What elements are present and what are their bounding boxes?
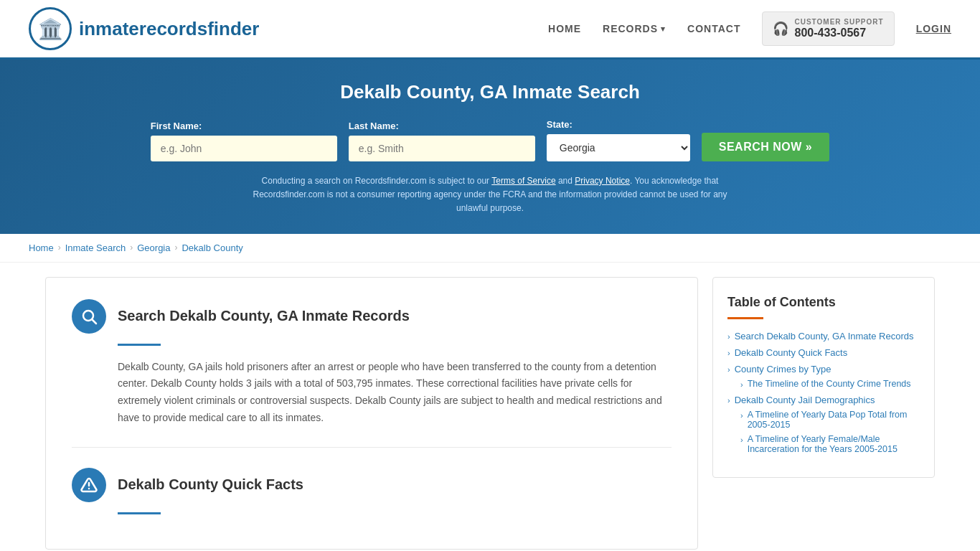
chevron-icon-4-1: › (740, 411, 743, 420)
toc-sub-item-4-1: › A Timeline of Yearly Data Pop Total fr… (740, 410, 920, 430)
search-form: First Name: Last Name: State: Georgia SE… (29, 119, 951, 161)
toc-link-4[interactable]: › Dekalb County Jail Demographics (727, 395, 920, 405)
toc-link-1[interactable]: › Search Dekalb County, GA Inmate Record… (727, 331, 920, 342)
toc-title: Table of Contents (727, 295, 920, 310)
site-header: 🏛️ inmaterecordsfinder HOME RECORDS ▾ CO… (0, 0, 980, 60)
disclaimer-text: Conducting a search on Recordsfinder.com… (239, 174, 741, 216)
toc-divider (727, 317, 763, 319)
sidebar: Table of Contents › Search Dekalb County… (712, 277, 935, 478)
section2-divider (118, 512, 161, 514)
hero-section: Dekalb County, GA Inmate Search First Na… (0, 60, 980, 234)
toc-link-2[interactable]: › Dekalb County Quick Facts (727, 347, 920, 358)
section1-title: Search Dekalb County, GA Inmate Records (118, 308, 410, 324)
chevron-icon-3: › (727, 365, 730, 374)
breadcrumb-current: Dekalb County (182, 242, 242, 253)
toc-sub-4: › A Timeline of Yearly Data Pop Total fr… (740, 410, 920, 454)
breadcrumb-sep-3: › (174, 242, 177, 253)
toc-item-4: › Dekalb County Jail Demographics › A Ti… (727, 395, 920, 454)
toc-sub-item-4-2: › A Timeline of Yearly Female/Male Incar… (740, 434, 920, 454)
breadcrumb-sep-1: › (58, 242, 61, 253)
toc-list: › Search Dekalb County, GA Inmate Record… (727, 331, 920, 454)
search-button[interactable]: SEARCH NOW » (702, 133, 829, 161)
chevron-down-icon: ▾ (661, 24, 666, 34)
breadcrumb-georgia[interactable]: Georgia (137, 242, 170, 253)
last-name-group: Last Name: (349, 121, 535, 161)
section2-header: Dekalb County Quick Facts (72, 468, 672, 502)
toc-item-1: › Search Dekalb County, GA Inmate Record… (727, 331, 920, 342)
main-nav: HOME RECORDS ▾ CONTACT 🎧 CUSTOMER SUPPOR… (548, 11, 951, 46)
toc-sub-link-4-1[interactable]: › A Timeline of Yearly Data Pop Total fr… (740, 410, 920, 430)
toc-link-3[interactable]: › County Crimes by Type (727, 364, 920, 375)
privacy-link[interactable]: Privacy Notice (575, 176, 630, 186)
tos-link[interactable]: Terms of Service (491, 176, 555, 186)
nav-login[interactable]: LOGIN (916, 23, 951, 34)
section-separator (72, 447, 672, 448)
logo-text: inmaterecordsfinder (79, 18, 259, 40)
nav-home[interactable]: HOME (548, 23, 581, 34)
nav-contact[interactable]: CONTACT (687, 23, 740, 34)
last-name-input[interactable] (349, 136, 535, 161)
nav-records[interactable]: RECORDS ▾ (603, 23, 666, 34)
chevron-icon-4-2: › (740, 435, 743, 444)
state-select[interactable]: Georgia (547, 134, 690, 161)
support-box: 🎧 CUSTOMER SUPPORT 800-433-0567 (762, 11, 894, 46)
breadcrumb-sep-2: › (130, 242, 133, 253)
article: Search Dekalb County, GA Inmate Records … (45, 277, 698, 550)
toc-sub-3: › The Timeline of the County Crime Trend… (740, 379, 920, 389)
chevron-icon-3-1: › (740, 380, 743, 389)
section1-divider (118, 344, 161, 346)
breadcrumb-inmate-search[interactable]: Inmate Search (65, 242, 126, 253)
last-name-label: Last Name: (349, 121, 399, 131)
section1-body: Dekalb County, GA jails hold prisoners a… (118, 359, 672, 427)
toc-sub-link-4-2[interactable]: › A Timeline of Yearly Female/Male Incar… (740, 434, 920, 454)
state-group: State: Georgia (547, 119, 690, 161)
first-name-group: First Name: (151, 121, 337, 161)
main-content: Search Dekalb County, GA Inmate Records … (31, 277, 949, 550)
chevron-icon-1: › (727, 332, 730, 341)
section1-header: Search Dekalb County, GA Inmate Records (72, 299, 672, 334)
chevron-icon-2: › (727, 349, 730, 357)
info-icon (72, 468, 106, 502)
support-info: CUSTOMER SUPPORT 800-433-0567 (794, 18, 883, 39)
toc-item-3: › County Crimes by Type › The Timeline o… (727, 364, 920, 389)
first-name-input[interactable] (151, 136, 337, 161)
chevron-icon-4: › (727, 396, 730, 405)
search-icon (72, 299, 106, 334)
breadcrumb: Home › Inmate Search › Georgia › Dekalb … (0, 234, 980, 263)
toc-item-2: › Dekalb County Quick Facts (727, 347, 920, 358)
first-name-label: First Name: (151, 121, 202, 131)
toc-sub-link-3-1[interactable]: › The Timeline of the County Crime Trend… (740, 379, 920, 389)
breadcrumb-home[interactable]: Home (29, 242, 54, 253)
state-label: State: (547, 119, 573, 130)
toc-sub-item-3-1: › The Timeline of the County Crime Trend… (740, 379, 920, 389)
svg-line-1 (93, 319, 97, 324)
logo-icon: 🏛️ (29, 7, 72, 50)
headset-icon: 🎧 (773, 21, 788, 37)
logo-link[interactable]: 🏛️ inmaterecordsfinder (29, 7, 259, 50)
page-title: Dekalb County, GA Inmate Search (29, 81, 951, 103)
section2-title: Dekalb County Quick Facts (118, 476, 303, 493)
